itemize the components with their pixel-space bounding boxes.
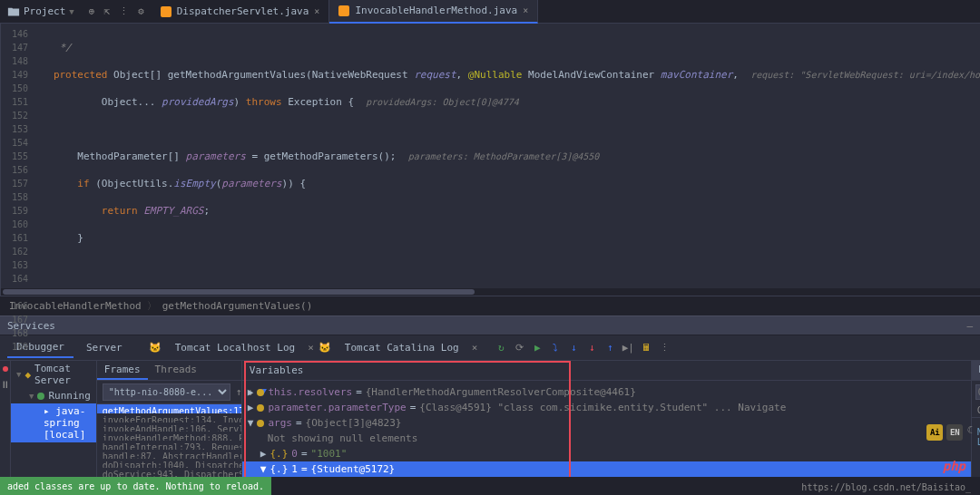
moon-icon: ☾ (966, 424, 973, 441)
tab-threads[interactable]: Threads (148, 361, 204, 380)
run-config-tree[interactable]: ▼◆Tomcat Server ▼Running ▸ java-spring [… (11, 361, 97, 495)
stack-frame[interactable]: doService:943, DispatcherServlet (org. (97, 468, 241, 477)
project-label: Project (24, 5, 65, 17)
stack-frame[interactable]: handle:87, AbstractHandlerMethodAda (97, 450, 241, 459)
lang-badge: EN (946, 424, 963, 441)
tab-dispatcher[interactable]: DispatcherServlet.java × (152, 0, 330, 24)
more-icon[interactable]: ⋮ (657, 341, 671, 355)
java-file-icon (161, 6, 172, 17)
services-panel-header[interactable]: Services — (0, 315, 980, 335)
target-icon[interactable]: ⊕ (89, 5, 95, 17)
force-step-icon[interactable]: ↓ (584, 341, 599, 355)
tab-label: InvocableHandlerMethod.java (355, 5, 517, 16)
stack-frame[interactable]: getMethodArgumentValues:178, Invoca (97, 404, 241, 413)
close-tab-icon[interactable]: × (308, 342, 314, 354)
tab-memory[interactable]: Memory (972, 361, 980, 380)
memory-search-input[interactable] (975, 384, 980, 400)
tab-localhost-log[interactable]: Tomcat Localhost Log (166, 338, 304, 357)
blog-watermark: https://blog.csdn.net/Baisitao_ (801, 482, 971, 492)
step-over-icon[interactable]: ⤵ (548, 341, 563, 355)
stack-frame[interactable]: doDispatch:1040, DispatcherServlet (or (97, 459, 241, 468)
resume-icon[interactable]: ▶ (530, 341, 544, 355)
expand-icon[interactable]: ⇱ (103, 5, 110, 17)
settings-icon[interactable]: ⚙ (138, 5, 144, 17)
step-into-icon[interactable]: ↓ (566, 341, 581, 355)
thread-selector[interactable]: "http-nio-8080-e... (103, 383, 230, 401)
variables-header: Variables (242, 361, 971, 381)
refresh-icon[interactable]: ⟳ (512, 341, 526, 355)
tomcat-icon: 🐱 (318, 341, 332, 355)
breadcrumb[interactable]: InvocableHandlerMethod 〉 getMethodArgume… (0, 296, 980, 315)
code-area[interactable]: */ protected Object[] getMethodArgumentV… (35, 24, 980, 296)
tomcat-icon: 🐱 (148, 341, 162, 355)
prev-frame-icon[interactable]: ↑ (236, 386, 242, 398)
tab-server[interactable]: Server (77, 338, 132, 357)
pause-icon[interactable]: ⏸ (0, 379, 10, 391)
stack-frame[interactable]: handleInternal:793, RequestMappingHa (97, 441, 241, 450)
php-watermark: php (943, 459, 965, 473)
status-message: aded classes are up to date. Nothing to … (0, 477, 271, 495)
horizontal-scrollbar[interactable] (1, 288, 980, 296)
stack-frame[interactable]: invokeHandlerMethod:888, RequestMa (97, 432, 241, 441)
debug-side-toolbar: ⏸ (0, 361, 11, 495)
tab-label: DispatcherServlet.java (177, 5, 309, 17)
stack-frame[interactable]: invokeForRequest:134, InvocableHandl (97, 413, 241, 422)
java-file-icon (338, 5, 349, 16)
tab-frames[interactable]: Frames (97, 361, 148, 380)
close-icon[interactable]: × (523, 5, 528, 15)
tab-invocable[interactable]: InvocableHandlerMethod.java × (329, 0, 538, 24)
code-editor[interactable]: 146147148149 150151152153 154155156157 1… (1, 24, 980, 296)
step-out-icon[interactable]: ↑ (603, 341, 617, 355)
run-to-cursor-icon[interactable]: ▶| (621, 341, 635, 355)
line-gutter: 146147148149 150151152153 154155156157 1… (1, 24, 35, 296)
stop-icon[interactable] (3, 366, 8, 372)
tab-catalina-log[interactable]: Tomcat Catalina Log (336, 338, 468, 357)
collapse-icon[interactable]: ⋮ (119, 5, 129, 17)
memory-empty-message[interactable]: No classes loaded. Load classes (972, 418, 980, 456)
rerun-icon[interactable]: ↻ (494, 341, 508, 355)
ai-badge: Ai (926, 424, 943, 441)
project-tool-button[interactable]: Project ▼ (0, 5, 82, 18)
close-tab-icon[interactable]: × (472, 342, 478, 354)
evaluate-icon[interactable]: 🖩 (639, 341, 653, 355)
stack-frame[interactable]: invokeAndHandle:106, ServletInvocabl (97, 422, 241, 432)
minimize-icon[interactable]: — (966, 320, 973, 332)
close-icon[interactable]: × (314, 6, 319, 16)
